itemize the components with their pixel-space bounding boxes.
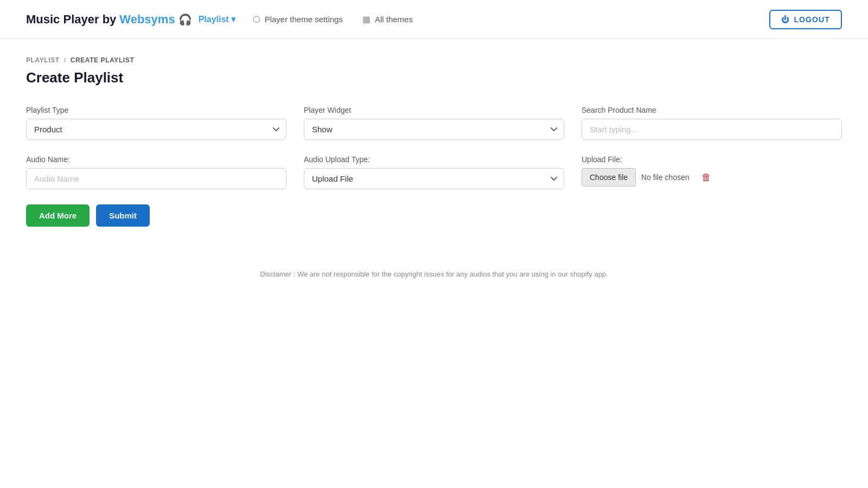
header: Music Player by Websyms 🎧 Playlist ▾ ⬡ P… xyxy=(0,0,868,39)
audio-upload-type-group: Audio Upload Type: Upload File URL xyxy=(304,155,564,189)
upload-file-group: Upload File: Choose file No file chosen … xyxy=(582,155,842,189)
player-widget-group: Player Widget Show Hide xyxy=(304,106,564,140)
breadcrumb-current: CREATE PLAYLIST xyxy=(71,56,135,64)
brand-text-prefix: Music Player by xyxy=(26,12,116,27)
theme-icon: ⬡ xyxy=(253,14,260,24)
main-content: PLAYLIST / CREATE PLAYLIST Create Playli… xyxy=(0,39,868,296)
nav-theme-settings[interactable]: ⬡ Player theme settings xyxy=(253,14,343,24)
playlist-dropdown[interactable]: Playlist ▾ xyxy=(199,14,235,24)
audio-name-group: Audio Name: xyxy=(26,155,286,189)
action-buttons: Add More Submit xyxy=(26,204,842,227)
grid-icon: ▦ xyxy=(362,14,371,24)
no-file-text: No file chosen xyxy=(641,173,690,182)
logout-label: LOGOUT xyxy=(794,15,830,24)
audio-name-label: Audio Name: xyxy=(26,155,286,164)
player-widget-label: Player Widget xyxy=(304,106,564,114)
search-product-input[interactable] xyxy=(582,119,842,140)
playlist-type-group: Playlist Type Product Artist Album xyxy=(26,106,286,140)
add-more-label: Add More xyxy=(39,211,76,220)
upload-file-label: Upload File: xyxy=(582,155,842,164)
theme-settings-label: Player theme settings xyxy=(265,15,343,24)
choose-file-label: Choose file xyxy=(590,173,628,182)
brand-highlight: Websyms xyxy=(119,12,175,27)
breadcrumb-separator: / xyxy=(64,56,66,64)
disclaimer-text: Disclamer : We are not responsible for t… xyxy=(260,270,608,278)
audio-name-input[interactable] xyxy=(26,168,286,189)
playlist-dropdown-label: Playlist xyxy=(199,15,229,24)
search-product-label: Search Product Name xyxy=(582,106,842,114)
form-row-1: Playlist Type Product Artist Album Playe… xyxy=(26,106,842,140)
form-row-2: Audio Name: Audio Upload Type: Upload Fi… xyxy=(26,155,842,189)
upload-area: Choose file No file chosen 🗑 xyxy=(582,168,842,187)
trash-icon[interactable]: 🗑 xyxy=(701,172,711,183)
nav-links: ⬡ Player theme settings ▦ All themes xyxy=(253,14,770,24)
disclaimer: Disclamer : We are not responsible for t… xyxy=(26,270,842,278)
logout-button[interactable]: ⏻ LOGOUT xyxy=(769,10,842,29)
playlist-type-select[interactable]: Product Artist Album xyxy=(26,119,286,140)
page-title: Create Playlist xyxy=(26,69,842,86)
player-widget-select[interactable]: Show Hide xyxy=(304,119,564,140)
all-themes-label: All themes xyxy=(375,15,413,24)
audio-upload-type-select[interactable]: Upload File URL xyxy=(304,168,564,189)
search-product-group: Search Product Name xyxy=(582,106,842,140)
add-more-button[interactable]: Add More xyxy=(26,204,90,227)
playlist-type-label: Playlist Type xyxy=(26,106,286,114)
headphones-icon: 🎧 xyxy=(178,13,192,26)
brand-logo: Music Player by Websyms 🎧 xyxy=(26,12,192,27)
power-icon: ⏻ xyxy=(781,15,789,24)
choose-file-button[interactable]: Choose file xyxy=(582,168,636,187)
submit-label: Submit xyxy=(109,211,137,220)
nav-all-themes[interactable]: ▦ All themes xyxy=(362,14,413,24)
breadcrumb: PLAYLIST / CREATE PLAYLIST xyxy=(26,56,842,64)
chevron-down-icon: ▾ xyxy=(231,14,235,24)
breadcrumb-parent[interactable]: PLAYLIST xyxy=(26,56,60,64)
submit-button[interactable]: Submit xyxy=(96,204,150,227)
audio-upload-type-label: Audio Upload Type: xyxy=(304,155,564,164)
